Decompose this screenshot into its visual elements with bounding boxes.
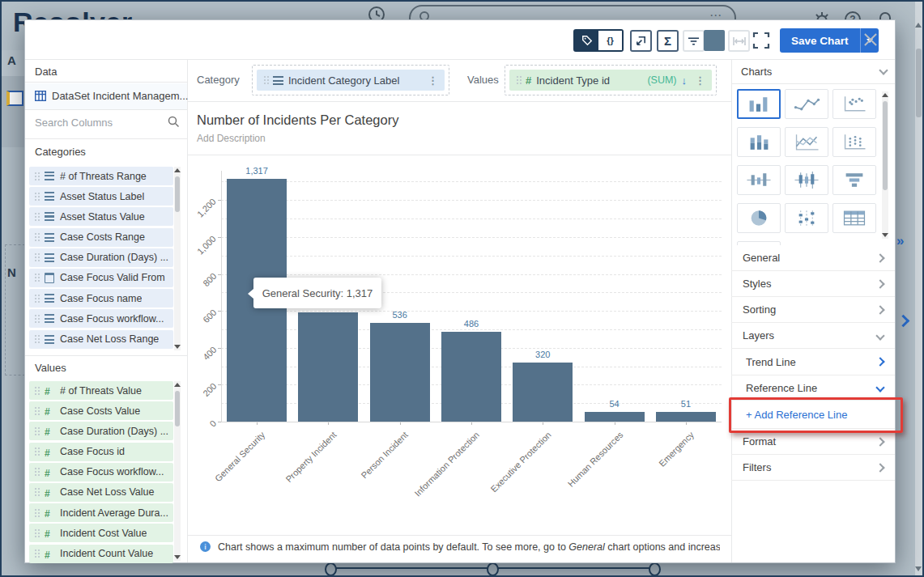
bar-Property Incident[interactable]	[298, 312, 358, 422]
value-column-pill[interactable]: Incident Cost Value	[29, 524, 173, 542]
bar-Information Protection[interactable]	[441, 332, 501, 422]
drag-handle-icon	[35, 233, 36, 235]
chevron-down-icon	[875, 331, 884, 340]
drag-handle-icon	[35, 335, 36, 337]
gridline	[221, 329, 722, 330]
color-swatch-button[interactable]	[704, 30, 725, 51]
chart-type-candlestick-tile[interactable]	[785, 165, 828, 195]
value-column-pill[interactable]: # of Threats Value	[29, 381, 173, 400]
category-column-pill[interactable]: Asset Status Label	[29, 187, 173, 206]
chart-type-line-tile[interactable]	[785, 89, 828, 119]
scrollbar-thumb[interactable]	[175, 391, 180, 426]
expand-panel-icon[interactable]: »	[896, 233, 904, 249]
section-filters[interactable]: Filters	[731, 455, 895, 481]
category-column-pill[interactable]: Case Focus name	[29, 289, 173, 308]
chart-title[interactable]: Number of Incidents Per Category	[197, 112, 398, 128]
dataset-item[interactable]: DataSet Incident Managem...	[25, 83, 187, 109]
scroll-up-icon[interactable]	[915, 23, 922, 28]
close-icon[interactable]	[861, 30, 880, 49]
kebab-menu-icon[interactable]: ⋮	[428, 74, 438, 87]
kebab-menu-icon[interactable]: ⋮	[695, 74, 705, 87]
chevron-down-icon[interactable]	[879, 66, 888, 74]
search-columns-input[interactable]	[33, 116, 166, 129]
fullscreen-button[interactable]	[752, 32, 772, 51]
aggregate-button[interactable]: Σ	[657, 30, 679, 52]
tag-labels-toggle[interactable]	[575, 31, 598, 50]
category-column-pill[interactable]: Case Duration (Days) ...	[29, 248, 173, 267]
sort-descending-icon[interactable]: ↓	[682, 74, 688, 87]
category-field-pill[interactable]: Incident Category Label ⋮	[257, 70, 445, 91]
values-field-pill[interactable]: # Incident Type id (SUM) ↓ ⋮	[509, 70, 712, 91]
category-column-pill[interactable]: Case Focus workflow...	[29, 309, 173, 328]
chart-type-diverging-bar-icon	[744, 169, 773, 191]
values-dropzone[interactable]: # Incident Type id (SUM) ↓ ⋮	[505, 65, 717, 95]
scroll-down-icon[interactable]	[915, 566, 922, 571]
slider-handle[interactable]	[649, 562, 661, 576]
chart-type-bar-tile[interactable]	[737, 89, 781, 119]
chart-type-diverging-bar-tile[interactable]	[737, 165, 781, 195]
braces-toggle[interactable]: {}	[598, 31, 622, 50]
page-scrollbar-thumb[interactable]	[916, 49, 922, 117]
value-column-pill[interactable]: Incident Count Value	[29, 545, 173, 563]
bar-width-button[interactable]	[728, 30, 750, 52]
save-chart-label: Save Chart	[780, 28, 860, 53]
bar-Emergency[interactable]	[656, 412, 716, 422]
value-column-pill[interactable]: Case Focus workflow...	[29, 463, 173, 482]
value-column-pill[interactable]: Incident Average Dura...	[29, 503, 173, 522]
chart-type-scatter-tile[interactable]	[832, 89, 876, 119]
embed-button[interactable]	[630, 30, 652, 52]
column-type-icon	[45, 426, 54, 435]
chart-type-funnel-tile[interactable]	[832, 165, 876, 195]
section-trend-line[interactable]: Trend Line	[731, 349, 895, 375]
chart-type-stacked-bar-tile[interactable]	[737, 127, 781, 157]
scrollbar-thumb[interactable]	[175, 176, 180, 212]
chart-type-table-tile[interactable]	[832, 203, 876, 233]
section-general[interactable]: General	[731, 245, 895, 271]
value-column-pill[interactable]: Case Focus id	[29, 443, 173, 461]
data-panel-title: Data	[35, 66, 57, 78]
section-format[interactable]: Format	[731, 429, 895, 455]
add-reference-line-link[interactable]: + Add Reference Line	[731, 401, 895, 429]
sigma-icon: Σ	[664, 34, 671, 48]
categories-scrollbar[interactable]	[174, 167, 181, 350]
chart-type-multi-line-tile[interactable]	[785, 127, 828, 157]
section-layers[interactable]: Layers	[731, 323, 895, 349]
category-column-pill[interactable]: Case Focus Valid From	[29, 269, 173, 287]
section-sorting[interactable]: Sorting	[731, 297, 895, 323]
value-column-pill[interactable]: Case Costs Value	[29, 401, 173, 420]
bar-Executive Protection[interactable]	[513, 363, 573, 422]
search-icon[interactable]	[168, 116, 180, 128]
value-column-pill[interactable]: Case Duration (Days) ...	[29, 422, 173, 440]
slider-handle[interactable]	[325, 562, 337, 576]
chart-grid-scrollbar[interactable]	[882, 91, 888, 239]
chart-type-dot-column-tile[interactable]	[832, 127, 876, 157]
drag-handle-icon	[35, 427, 36, 429]
category-column-pill[interactable]: # of Threats Range	[29, 167, 173, 185]
filter-button[interactable]	[683, 30, 705, 52]
divider	[25, 109, 187, 110]
chart-type-dot-plot-tile[interactable]	[785, 203, 828, 233]
column-type-icon	[45, 488, 54, 497]
drag-handle-icon	[35, 468, 36, 469]
chart-type-pie-icon	[744, 207, 773, 229]
chart-description-placeholder[interactable]: Add Description	[197, 133, 266, 144]
column-type-icon	[45, 192, 54, 201]
chevron-right-icon[interactable]	[897, 315, 910, 328]
drag-handle-icon	[35, 274, 36, 275]
column-type-icon	[45, 335, 54, 344]
bar-value-label: 51	[658, 399, 714, 409]
category-column-pill[interactable]: Case Costs Range	[29, 228, 173, 247]
category-dropzone[interactable]: Incident Category Label ⋮	[252, 65, 449, 95]
scrollbar-thumb[interactable]	[883, 101, 888, 190]
bar-Person Incident[interactable]	[370, 323, 430, 422]
column-type-icon	[45, 508, 54, 517]
value-column-pill[interactable]: Case Net Loss Value	[29, 483, 173, 502]
section-styles[interactable]: Styles	[731, 271, 895, 297]
values-scrollbar[interactable]	[174, 381, 181, 561]
chart-type-pie-tile[interactable]	[737, 203, 781, 233]
category-column-pill[interactable]: Asset Status Value	[29, 207, 173, 226]
section-reference-line[interactable]: Reference Line	[731, 375, 895, 401]
slider-handle[interactable]	[487, 562, 499, 576]
bar-Human Resources[interactable]	[585, 412, 645, 422]
category-column-pill[interactable]: Case Net Loss Range	[29, 330, 173, 349]
